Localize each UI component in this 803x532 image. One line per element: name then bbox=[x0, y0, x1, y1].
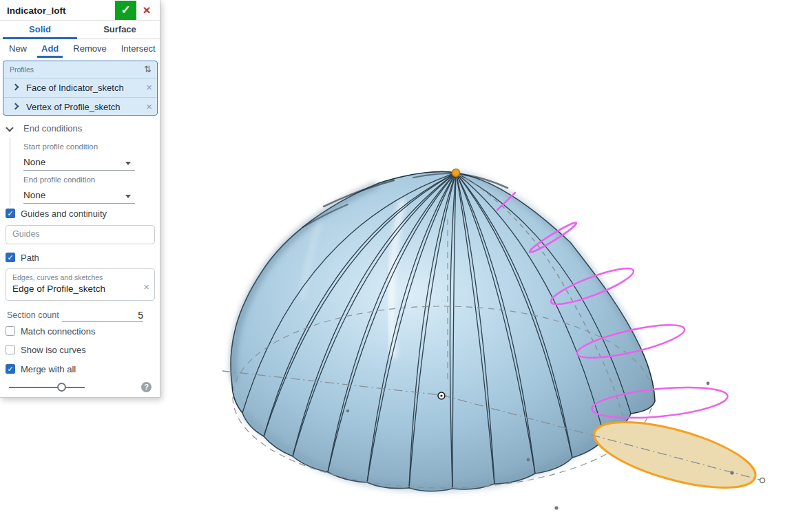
start-profile-condition-label: Start profile condition bbox=[23, 142, 98, 151]
body-type-tabs: Solid Surface bbox=[0, 21, 160, 39]
remove-profile-icon[interactable]: × bbox=[146, 81, 152, 93]
dialog-titlebar: ✓ × bbox=[0, 0, 160, 21]
cancel-button[interactable]: × bbox=[138, 1, 156, 20]
profile-item-face[interactable]: Face of Indicator_sketch × bbox=[3, 78, 157, 97]
loft-feature-dialog: ✓ × Solid Surface New Add Remove Interse… bbox=[0, 0, 160, 398]
guides-and-continuity-label: Guides and continuity bbox=[21, 209, 107, 219]
chevron-down-icon bbox=[6, 124, 13, 131]
slider-track[interactable] bbox=[9, 387, 85, 388]
end-profile-condition-select[interactable]: None bbox=[23, 189, 135, 204]
feature-name-input[interactable] bbox=[7, 3, 110, 17]
commit-button[interactable]: ✓ bbox=[115, 1, 136, 20]
apex-vertex[interactable] bbox=[452, 169, 460, 177]
profiles-header: Profiles ⇅ bbox=[3, 61, 157, 78]
boolean-tab-new[interactable]: New bbox=[9, 40, 27, 57]
help-icon[interactable]: ? bbox=[141, 382, 152, 392]
profile-item-vertex[interactable]: Vertex of Profile_sketch × bbox=[3, 97, 157, 116]
origin-marker[interactable] bbox=[438, 392, 445, 399]
checkbox-checked-icon: ✓ bbox=[6, 364, 15, 374]
boolean-operation-tabs: New Add Remove Intersect bbox=[0, 39, 160, 58]
remove-profile-icon[interactable]: × bbox=[146, 100, 152, 112]
start-profile-condition-select[interactable]: None bbox=[23, 156, 135, 171]
section-indent-line bbox=[10, 138, 10, 206]
tab-solid[interactable]: Solid bbox=[0, 21, 80, 39]
boolean-tab-add[interactable]: Add bbox=[41, 40, 59, 57]
boolean-tab-remove[interactable]: Remove bbox=[73, 40, 106, 57]
section-count-input[interactable] bbox=[62, 308, 143, 322]
chevron-right-icon bbox=[12, 84, 19, 91]
chevron-right-icon bbox=[12, 103, 19, 110]
profile-item-label: Face of Indicator_sketch bbox=[26, 83, 124, 93]
show-iso-curves-label: Show iso curves bbox=[21, 345, 86, 355]
tab-surface[interactable]: Surface bbox=[80, 21, 160, 39]
checkbox-checked-icon: ✓ bbox=[6, 253, 15, 262]
checkbox-unchecked-icon bbox=[6, 326, 15, 336]
start-profile-condition-value: None bbox=[23, 157, 45, 167]
end-conditions-label: End conditions bbox=[23, 123, 82, 134]
slider-knob[interactable] bbox=[57, 383, 66, 392]
loft-dome-body[interactable] bbox=[231, 171, 655, 491]
merge-with-all-label: Merge with all bbox=[21, 364, 76, 374]
end-profile-condition-value: None bbox=[23, 190, 45, 200]
guides-input[interactable] bbox=[12, 229, 143, 239]
match-connections-label: Match connections bbox=[21, 326, 95, 337]
guides-selection-box[interactable] bbox=[6, 225, 155, 244]
path-end-marker[interactable] bbox=[760, 478, 765, 483]
path-selection-box[interactable]: Edges, curves and sketches Edge of Profi… bbox=[6, 268, 155, 301]
path-selection-value: Edge of Profile_sketch bbox=[12, 284, 105, 294]
section-count-row: Section count bbox=[7, 308, 154, 323]
remove-path-icon[interactable]: × bbox=[143, 281, 149, 292]
reorder-profiles-icon[interactable]: ⇅ bbox=[144, 64, 152, 74]
checkbox-checked-icon: ✓ bbox=[6, 209, 15, 218]
edges-curves-sketches-label: Edges, curves and sketches bbox=[12, 273, 103, 281]
checkbox-unchecked-icon bbox=[6, 345, 15, 354]
opacity-slider-row: ? bbox=[9, 380, 152, 395]
end-profile-condition-label: End profile condition bbox=[23, 175, 95, 184]
caret-down-icon bbox=[125, 195, 131, 198]
caret-down-icon bbox=[125, 162, 131, 165]
profiles-label: Profiles bbox=[10, 65, 34, 74]
path-label: Path bbox=[21, 253, 39, 263]
profile-item-label: Vertex of Profile_sketch bbox=[26, 102, 121, 112]
profiles-selection-box[interactable]: Profiles ⇅ Face of Indicator_sketch × Ve… bbox=[3, 61, 158, 116]
section-count-label: Section count bbox=[7, 310, 59, 320]
boolean-tab-intersect[interactable]: Intersect bbox=[121, 40, 156, 57]
